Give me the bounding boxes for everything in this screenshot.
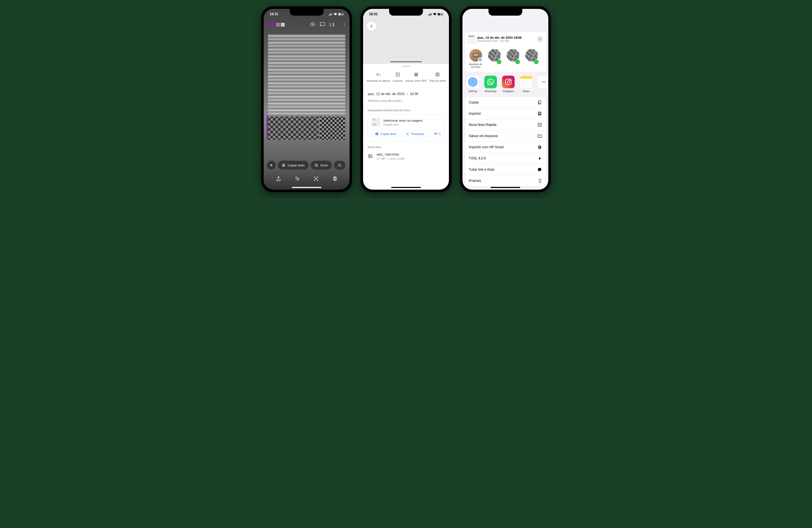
back-button[interactable]: [367, 21, 376, 31]
svg-point-35: [369, 155, 370, 156]
search-section-label: PESQUISAR DENTRO DESTA FOTO: [363, 105, 449, 114]
svg-rect-58: [539, 179, 541, 182]
svg-rect-38: [472, 57, 480, 58]
copy-text-pill[interactable]: Copiar texto: [278, 161, 308, 170]
svg-rect-1: [330, 14, 331, 15]
svg-point-40: [479, 59, 481, 61]
status-time: 18:31: [369, 12, 378, 16]
app-more[interactable]: [537, 76, 548, 93]
svg-rect-25: [415, 74, 417, 75]
action-copy[interactable]: Copiar: [465, 97, 546, 108]
svg-rect-17: [430, 13, 431, 15]
profile-photo-button[interactable]: Foto do perfil: [430, 72, 446, 82]
airdrop-contact-macbook[interactable]: MacBook Air do Pedro: [468, 49, 483, 69]
share-subtitle: Documento PDF · 312 KB: [477, 39, 535, 43]
action-label: Arquivar: [392, 79, 403, 82]
action-print[interactable]: Imprimir: [465, 108, 546, 119]
svg-rect-49: [539, 101, 541, 104]
action-quick-note[interactable]: Nova Nota Rápida: [465, 119, 546, 131]
svg-point-33: [435, 133, 436, 134]
svg-rect-34: [368, 154, 372, 158]
edit-icon[interactable]: [294, 176, 300, 182]
action-label: Adicionar ao álbum: [366, 79, 390, 82]
svg-point-14: [315, 178, 317, 180]
photo-bottom-toolbar: [264, 174, 350, 184]
lens-action-pills: Copiar texto Ouvir: [264, 161, 350, 170]
lens-copy-chip[interactable]: Copiar texto: [371, 130, 400, 138]
listen-label: Ouvir: [320, 164, 328, 167]
status-icons: 41: [428, 13, 443, 16]
share-icon[interactable]: [276, 176, 281, 182]
action-hp-print[interactable]: Imprimir com HP Smart: [465, 142, 546, 153]
svg-rect-2: [331, 13, 332, 15]
share-actions-list: Copiar Imprimir Nova Nota Rápida Salvar …: [465, 97, 546, 186]
action-label: Foto do perfil: [430, 79, 446, 82]
action-tvdl[interactable]: TVDL 4.0.0: [465, 153, 546, 164]
description-input[interactable]: Adicione uma descrição…: [368, 99, 444, 103]
share-sheet-header: qua., 12 de abr. de 2023 19/38 Documento…: [465, 32, 546, 72]
photo-date: qua., 12 de abr. de 2023•16:38: [368, 92, 444, 96]
svg-text:41: 41: [440, 13, 442, 15]
cast-icon[interactable]: [320, 21, 325, 28]
status-time: 18:31: [270, 12, 278, 16]
svg-point-43: [471, 80, 475, 84]
svg-rect-56: [539, 148, 540, 149]
photo-preview-area: 18:31 41: [363, 9, 449, 64]
svg-rect-12: [315, 164, 317, 166]
lens-subtitle: Google Lens: [383, 123, 422, 126]
svg-point-11: [344, 25, 345, 26]
action-iframes[interactable]: iFrames: [465, 175, 546, 186]
share-title: qua., 12 de abr. de 2023 19/38: [477, 36, 535, 39]
action-tweet[interactable]: Tuitar link e título: [465, 164, 546, 175]
sheet-handle[interactable]: [402, 66, 410, 67]
filename: IMG_7369.PNG: [377, 153, 405, 156]
airdrop-contact[interactable]: [506, 49, 520, 69]
svg-rect-55: [539, 146, 540, 147]
phone-3: qua., 12 de abr. de 2023 19/38 Documento…: [460, 6, 551, 192]
svg-rect-29: [376, 133, 378, 134]
more-icon[interactable]: [342, 21, 346, 28]
svg-point-42: [472, 81, 474, 83]
svg-point-32: [407, 134, 408, 135]
action-save-files[interactable]: Salvar em Arquivos: [465, 131, 546, 142]
close-button[interactable]: [537, 36, 543, 42]
lens-title: Selecionar texto na imagem: [383, 119, 422, 122]
trash-icon[interactable]: [332, 176, 338, 182]
pdf-doc-icon: [467, 35, 475, 44]
svg-rect-37: [473, 54, 478, 56]
airdrop-contact[interactable]: [524, 49, 539, 69]
svg-point-48: [510, 80, 510, 81]
svg-rect-21: [443, 14, 443, 15]
lens-select-text[interactable]: Selecionar texto na imagem Google Lens: [371, 118, 441, 127]
listen-pill[interactable]: Ouvir: [310, 161, 332, 170]
cloud-upload-icon[interactable]: [310, 21, 316, 28]
lens-pill[interactable]: [334, 161, 345, 170]
svg-point-57: [540, 147, 541, 147]
lens-search-chip[interactable]: Pesquisar: [402, 130, 428, 138]
app-airdrop[interactable]: AirDrop: [466, 76, 479, 93]
archive-button[interactable]: Arquivar: [392, 72, 403, 82]
svg-point-47: [507, 81, 510, 83]
file-details-row[interactable]: IMG_7369.PNG 2,7 MP • 1125 x 2436: [363, 151, 449, 162]
save-pdf-button[interactable]: Salvar como PDF: [405, 72, 427, 82]
app-instagram[interactable]: Instagram: [502, 76, 515, 93]
app-notes[interactable]: Notas: [520, 76, 533, 93]
lens-card: Selecionar texto na imagem Google Lens C…: [368, 114, 444, 141]
close-button[interactable]: [267, 161, 276, 170]
app-whatsapp[interactable]: WhatsApp: [484, 76, 497, 93]
svg-point-9: [344, 23, 345, 24]
svg-rect-3: [332, 13, 333, 15]
lens-icon[interactable]: [314, 176, 319, 182]
svg-text:41: 41: [340, 13, 343, 15]
lens-thumbnail: [371, 118, 380, 127]
airdrop-contacts-row: MacBook Air do Pedro: [467, 47, 543, 72]
svg-rect-5: [338, 13, 340, 15]
add-to-album-button[interactable]: Adicionar ao álbum: [366, 72, 390, 82]
lens-listen-chip[interactable]: Ou: [430, 130, 441, 138]
airdrop-contact[interactable]: [487, 49, 502, 69]
phone-1: 18:31 41: [261, 6, 352, 192]
svg-point-10: [344, 24, 345, 25]
svg-rect-20: [438, 13, 440, 15]
action-label: Salvar como PDF: [405, 79, 427, 82]
share-apps-row: AirDrop WhatsApp Instagram Notas: [462, 72, 548, 95]
